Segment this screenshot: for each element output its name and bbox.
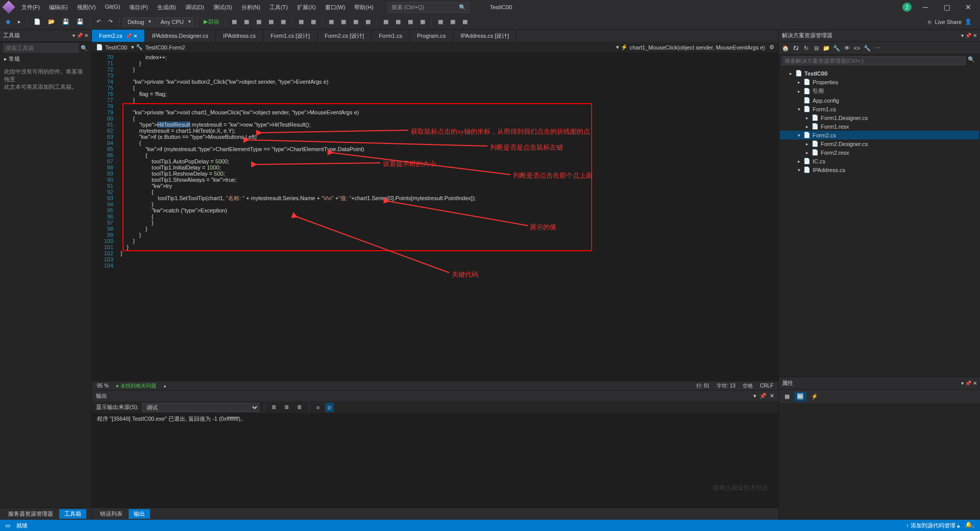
output-text[interactable]: 程序 "[35648] TestIC00.exe" 已退出, 返回值为 -1 (…	[92, 413, 778, 508]
code-editor[interactable]: 7071727374757677787980818283848586878889…	[92, 53, 778, 381]
sln-preview-icon[interactable]: 👁	[842, 43, 851, 53]
tree-item[interactable]: ▸📄Form1.Designer.cs	[780, 113, 979, 122]
close-button[interactable]: ✕	[961, 3, 976, 11]
tb-icon-4[interactable]: ▦	[266, 17, 276, 27]
close-icon[interactable]: ✕	[770, 393, 774, 399]
output-source-combo[interactable]: 调试	[142, 403, 259, 412]
menu-item[interactable]: 帮助(H)	[350, 2, 377, 13]
liveshare-label[interactable]: Live Share	[935, 19, 962, 25]
search-icon[interactable]: 🔍	[79, 45, 90, 52]
menu-item[interactable]: 编辑(E)	[45, 2, 72, 13]
menu-item[interactable]: 生成(B)	[153, 2, 180, 13]
tb-icon-17[interactable]: ▦	[448, 17, 458, 27]
tb-icon-9[interactable]: ▦	[338, 17, 349, 27]
crumb-project[interactable]: 📄 TestIC00	[96, 44, 127, 51]
sln-props-icon[interactable]: 🔧	[832, 43, 841, 53]
tb-icon-8[interactable]: ▦	[326, 17, 336, 27]
sln-collapse-icon[interactable]: ⊟	[812, 43, 821, 53]
sln-code-icon[interactable]: <>	[852, 43, 862, 53]
search-icon[interactable]: 🔍	[966, 56, 977, 65]
tree-item[interactable]: ▸📄Form2.resx	[780, 148, 979, 157]
tree-item[interactable]: ▾📄Form2.cs	[780, 131, 979, 139]
pin-icon[interactable]: 📌	[965, 380, 971, 386]
tb-icon-10[interactable]: ▦	[351, 17, 361, 27]
menu-item[interactable]: 项目(P)	[125, 2, 152, 13]
crumb-method[interactable]: ▾ ⚡ chart1_MouseClick(object sender, Mou…	[616, 44, 765, 51]
dropdown-icon[interactable]: ▾	[72, 33, 75, 38]
menu-item[interactable]: Git(G)	[101, 2, 124, 13]
close-icon[interactable]: ✕	[84, 33, 88, 38]
nav-icon[interactable]: ⬥	[163, 383, 166, 389]
global-search[interactable]: 搜索 (Ctrl+Q) 🔍	[388, 2, 470, 13]
editor-tab[interactable]: IPAddress.Designer.cs	[145, 30, 216, 42]
menu-item[interactable]: 测试(S)	[209, 2, 236, 13]
settings-icon[interactable]: ⚙	[769, 44, 774, 51]
sln-sync-icon[interactable]: 🗘	[791, 43, 800, 53]
output-btn-3[interactable]: ≣	[295, 402, 304, 412]
new-project-icon[interactable]: 📄	[31, 17, 43, 27]
tb-icon-7[interactable]: ▦	[308, 17, 318, 27]
open-icon[interactable]: 📂	[45, 17, 58, 27]
toolbox-general-node[interactable]: ▸ 常规	[0, 54, 91, 64]
crumb-class[interactable]: ▾ 🔧 TestIC00.Form2	[131, 44, 611, 51]
menu-item[interactable]: 调试(D)	[181, 2, 208, 13]
tb-icon-11[interactable]: ▦	[363, 17, 373, 27]
account-icon[interactable]: 👤	[965, 18, 972, 25]
tree-item[interactable]: ▸📄引用	[780, 86, 979, 96]
tb-icon-2[interactable]: ▦	[241, 17, 252, 27]
sln-home-icon[interactable]: 🏠	[781, 43, 790, 53]
tb-icon-15[interactable]: ▦	[418, 17, 428, 27]
tab-error-list[interactable]: 错误列表	[95, 509, 128, 519]
output-btn-2[interactable]: ≣	[282, 402, 291, 412]
dropdown-icon[interactable]: ▾	[961, 33, 964, 38]
tree-item[interactable]: 📄App.config	[780, 96, 979, 105]
source-control-button[interactable]: ↑ 添加到源代码管理 ▴	[906, 522, 960, 529]
pin-icon[interactable]: 📌	[760, 393, 767, 399]
sln-search-input[interactable]	[782, 56, 966, 65]
pin-icon[interactable]: 📌	[77, 33, 83, 38]
tb-icon-12[interactable]: ▦	[381, 17, 391, 27]
editor-tab[interactable]: Form1.cs	[372, 30, 410, 42]
sln-wrench-icon[interactable]: 🔧	[863, 43, 872, 53]
editor-tab[interactable]: IPAddress.cs	[216, 30, 263, 42]
tb-icon-3[interactable]: ▦	[254, 17, 264, 27]
menu-item[interactable]: 扩展(X)	[293, 2, 320, 13]
tree-item[interactable]: ▸📄Form1.resx	[780, 122, 979, 131]
platform-combo[interactable]: Any CPU	[156, 17, 193, 27]
maximize-button[interactable]: ▢	[939, 3, 954, 11]
start-button[interactable]: ▶ 启动	[201, 16, 222, 27]
undo-icon[interactable]: ↶	[94, 17, 104, 27]
minimize-button[interactable]: ─	[918, 3, 933, 11]
dropdown-icon[interactable]: ▾	[753, 393, 756, 399]
pin-icon[interactable]: 📌	[965, 33, 971, 38]
nav-fwd-icon[interactable]: ▸	[15, 17, 23, 27]
issues-indicator[interactable]: ● 未找到相关问题	[116, 382, 156, 390]
sln-more-icon[interactable]: ⋯	[873, 43, 882, 53]
tb-icon-18[interactable]: ▦	[460, 17, 470, 27]
nav-back-icon[interactable]: ◉	[3, 17, 13, 27]
tree-item[interactable]: ▸📄Form2.Designer.cs	[780, 139, 979, 148]
editor-tab[interactable]: Form2.cs [设计]	[317, 30, 372, 42]
tree-item[interactable]: ▸📄Properties	[780, 78, 979, 86]
tb-icon-14[interactable]: ▦	[405, 17, 415, 27]
menu-item[interactable]: 工具(T)	[265, 2, 292, 13]
menu-item[interactable]: 窗口(W)	[321, 2, 350, 13]
props-events-icon[interactable]: ⚡	[808, 392, 821, 401]
tab-output[interactable]: 输出	[129, 509, 150, 519]
config-combo[interactable]: Debug	[123, 17, 154, 27]
tab-server-explorer[interactable]: 服务器资源管理器	[3, 509, 58, 519]
save-all-icon[interactable]: 💾	[74, 17, 86, 27]
tb-icon-16[interactable]: ▦	[435, 17, 446, 27]
redo-icon[interactable]: ↷	[106, 17, 115, 27]
tree-item[interactable]: ▾📄Form1.cs	[780, 105, 979, 113]
liveshare-icon[interactable]: ⎋	[928, 19, 932, 25]
tab-toolbox[interactable]: 工具箱	[59, 509, 86, 519]
eol-indicator[interactable]: CRLF	[760, 383, 773, 389]
close-icon[interactable]: ✕	[973, 33, 977, 38]
tb-icon-1[interactable]: ▦	[229, 17, 239, 27]
menu-item[interactable]: 视图(V)	[73, 2, 100, 13]
tb-icon-6[interactable]: ▦	[296, 17, 306, 27]
spaces-indicator[interactable]: 空格	[743, 382, 753, 390]
dropdown-icon[interactable]: ▾	[961, 380, 964, 386]
tree-item[interactable]: ▾📄IPAddress.cs	[780, 165, 979, 174]
